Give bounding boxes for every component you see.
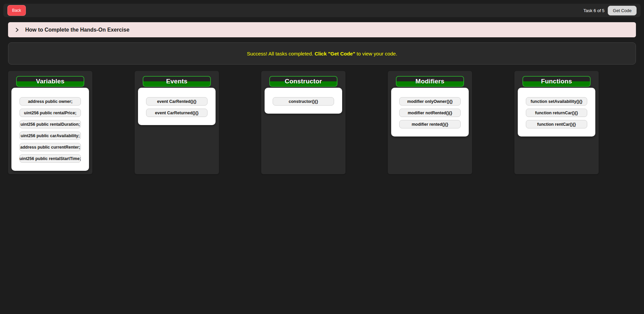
code-chip[interactable]: modifier rented(){} [399, 120, 461, 128]
chevron-right-icon [15, 28, 19, 32]
column-header: Modifiers [396, 76, 464, 87]
status-message: Success! All tasks completed. Click "Get… [247, 51, 397, 56]
get-code-button[interactable]: Get Code [608, 6, 637, 15]
code-chip[interactable]: modifier notRented(){} [399, 109, 461, 117]
column-functions: Functions function setAvailability(){}fu… [514, 71, 599, 174]
code-chip[interactable]: event CarRented(){} [146, 97, 208, 106]
column-variables: Variables address public owner;uint256 p… [8, 71, 92, 174]
code-chip[interactable]: function setAvailability(){} [526, 97, 587, 106]
column-header: Events [143, 76, 211, 87]
column-events: Events event CarRented(){}event CarRetur… [135, 71, 219, 174]
code-chip[interactable]: uint256 public carAvailability; [19, 131, 81, 140]
drop-card[interactable]: event CarRented(){}event CarReturned(){} [138, 88, 216, 125]
column-header: Functions [522, 76, 591, 87]
column-title: Variables [36, 78, 64, 85]
code-chip[interactable]: address public owner; [19, 97, 81, 106]
column-title: Functions [541, 78, 572, 85]
status-text-prefix: Success! All tasks completed. [247, 51, 315, 56]
drop-card[interactable]: address public owner;uint256 public rent… [11, 88, 89, 171]
status-text-bold: Click "Get Code" [315, 51, 355, 56]
column-header: Variables [16, 76, 84, 87]
code-chip[interactable]: uint256 public rentalDuration; [19, 120, 81, 128]
code-chip[interactable]: function returnCar(){} [526, 109, 587, 117]
drop-card[interactable]: function setAvailability(){}function ret… [518, 88, 595, 136]
accordion-title: How to Complete the Hands-On Exercise [25, 27, 129, 33]
column-modifiers: Modifiers modifier onlyOwner(){}modifier… [388, 71, 472, 174]
topbar-right-group: Task 6 of 5 Get Code [583, 6, 637, 15]
code-chip[interactable]: event CarReturned(){} [146, 109, 208, 117]
top-bar: Back Task 6 of 5 Get Code [3, 4, 641, 17]
drop-card[interactable]: constructor(){} [265, 88, 342, 114]
code-columns: Variables address public owner;uint256 p… [8, 71, 636, 174]
instructions-accordion[interactable]: How to Complete the Hands-On Exercise [8, 22, 636, 37]
code-chip[interactable]: function rentCar(){} [526, 120, 587, 128]
status-text-suffix: to view your code. [355, 51, 397, 56]
task-counter: Task 6 of 5 [583, 8, 604, 13]
code-chip[interactable]: uint256 public rentalPrice; [19, 109, 81, 117]
column-header: Constructor [269, 76, 337, 87]
back-button[interactable]: Back [7, 5, 26, 16]
column-title: Events [166, 78, 188, 85]
code-chip[interactable]: modifier onlyOwner(){} [399, 97, 461, 106]
status-banner: Success! All tasks completed. Click "Get… [8, 42, 636, 65]
drop-card[interactable]: modifier onlyOwner(){}modifier notRented… [391, 88, 469, 136]
column-title: Constructor [285, 78, 322, 85]
code-chip[interactable]: constructor(){} [273, 97, 334, 106]
column-title: Modifiers [415, 78, 444, 85]
code-chip[interactable]: uint256 public rentalStartTime; [19, 154, 81, 163]
column-constructor: Constructor constructor(){} [261, 71, 346, 174]
code-chip[interactable]: address public currentRenter; [19, 143, 81, 151]
